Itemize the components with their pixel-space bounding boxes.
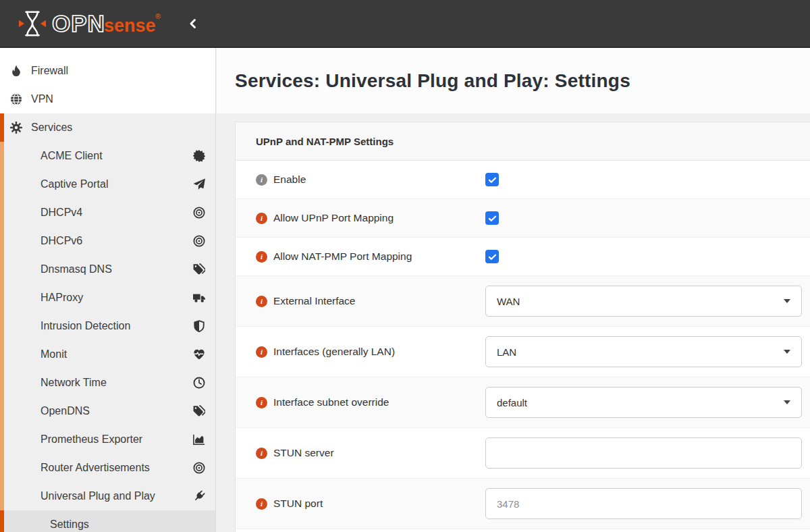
page-header: Services: Universal Plug and Play: Setti… [217,48,810,113]
external-interface-select[interactable]: WAN [485,286,802,317]
accent-bar [0,227,4,255]
select-value: WAN [497,296,520,307]
sidebar-item-label: Universal Plug and Play [40,490,155,502]
allow-nat-pmp-port-mapping-checkbox[interactable] [485,250,499,263]
heartbeat-icon [193,348,205,361]
accent-bar [0,312,4,340]
accent-bar [0,340,4,369]
info-icon[interactable]: i [256,296,267,307]
select-value: LAN [497,346,516,358]
control-cell [485,211,810,225]
sidebar-item-label: Network Time [40,377,107,389]
globe-icon [10,93,22,105]
accent-bar [0,57,4,85]
certificate-icon [193,150,205,162]
sidebar-item-label: DHCPv4 [40,207,82,219]
caret-down-icon [784,400,790,404]
content-area: UPnP and NAT-PMP Settings iEnableiAllow … [217,113,810,532]
info-icon[interactable]: i [256,251,267,263]
sidebar-item-label: Services [31,122,72,134]
accent-bar [0,198,4,227]
allow-upnp-port-mapping-checkbox[interactable] [485,211,499,225]
caret-down-icon [784,299,790,303]
form-row-interfaces-generally-lan: iInterfaces (generally LAN)LAN [236,327,810,377]
sidebar-item-label: DHCPv6 [40,235,82,247]
page-title: Services: Universal Plug and Play: Setti… [235,70,630,92]
plug-icon [193,490,205,502]
accent-bar [0,425,4,454]
check-icon [487,213,497,223]
opnsense-logo: OPN sense ® [0,9,168,38]
sidebar-item-label: Dnsmasq DNS [40,263,112,275]
brand-opn-text: OPN [52,10,105,36]
sidebar-item-services[interactable]: Services [0,113,215,142]
info-icon[interactable]: i [256,213,267,224]
sidebar-item-settings[interactable]: Settings [0,510,215,532]
sidebar-collapse-button[interactable] [183,14,203,34]
paper-plane-icon [193,178,205,190]
field-label: External Interface [273,295,355,307]
sidebar-item-label: Router Advertisements [40,462,150,474]
sidebar-item-universal-plug-and-play[interactable]: Universal Plug and Play [0,482,215,510]
field-label: Enable [273,174,306,186]
select-value: default [497,397,527,408]
info-icon[interactable]: i [256,397,267,408]
label-cell: iSTUN port [236,498,485,510]
sidebar-item-intrusion-detection[interactable]: Intrusion Detection [0,312,215,340]
info-icon[interactable]: i [256,346,267,358]
accent-bar [0,482,4,510]
sidebar-item-label: Monit [40,348,67,361]
shield-icon [193,320,205,332]
control-cell: WAN [485,286,810,317]
sidebar-item-label: Firewall [31,65,68,77]
sidebar-item-monit[interactable]: Monit [0,340,215,369]
control-cell [485,488,810,519]
bullseye-icon [193,462,205,474]
sidebar-item-acme-client[interactable]: ACME Client [0,142,215,170]
sidebar-item-haproxy[interactable]: HAProxy [0,284,215,312]
sidebar-item-label: Prometheus Exporter [40,433,142,446]
info-icon[interactable]: i [256,448,267,459]
sidebar-item-vpn[interactable]: VPN [0,85,215,113]
enable-checkbox[interactable] [485,173,499,186]
info-icon[interactable]: i [256,498,267,510]
sidebar-item-network-time[interactable]: Network Time [0,369,215,397]
field-label: Allow NAT-PMP Port Mapping [273,250,412,263]
sidebar-item-dnsmasq-dns[interactable]: Dnsmasq DNS [0,255,215,284]
label-cell: iInterfaces (generally LAN) [236,346,485,358]
bullseye-icon [193,207,205,219]
control-cell [485,173,810,186]
sidebar-item-router-advertisements[interactable]: Router Advertisements [0,454,215,482]
sidebar-item-prometheus-exporter[interactable]: Prometheus Exporter [0,425,215,454]
accent-bar [0,170,4,198]
stun-port-input[interactable] [485,488,802,519]
sidebar-item-captive-portal[interactable]: Captive Portal [0,170,215,198]
settings-panel: UPnP and NAT-PMP Settings iEnableiAllow … [235,122,810,532]
accent-bar [0,85,4,113]
stun-server-input[interactable] [485,437,802,469]
topbar: OPN sense ® [0,0,810,48]
sidebar-item-firewall[interactable]: Firewall [0,57,215,85]
label-cell: iSTUN server [236,447,485,459]
accent-bar [0,284,4,312]
clock-icon [193,377,205,389]
label-cell: iAllow NAT-PMP Port Mapping [236,250,485,263]
tags-icon [193,405,205,417]
interfaces-generally-lan-select[interactable]: LAN [485,336,802,367]
field-label: STUN port [273,498,323,510]
sidebar-item-opendns[interactable]: OpenDNS [0,397,215,425]
tags-icon [193,263,205,275]
bullseye-icon [193,235,205,247]
form-row-stun-port: iSTUN port [236,479,810,529]
sidebar-item-label: HAProxy [40,292,83,304]
brand-wordmark: OPN sense ® [52,9,168,38]
interface-subnet-override-select[interactable]: default [485,387,802,418]
main-area: Services: Universal Plug and Play: Setti… [217,48,810,532]
sidebar-item-dhcpv4[interactable]: DHCPv4 [0,198,215,227]
gear-icon [10,122,22,134]
sidebar: FirewallVPNServicesACME ClientCaptive Po… [0,48,216,532]
sidebar-item-dhcpv6[interactable]: DHCPv6 [0,227,215,255]
sidebar-item-label: ACME Client [40,150,103,162]
sidebar-item-label: OpenDNS [40,405,90,417]
info-icon[interactable]: i [256,174,267,186]
